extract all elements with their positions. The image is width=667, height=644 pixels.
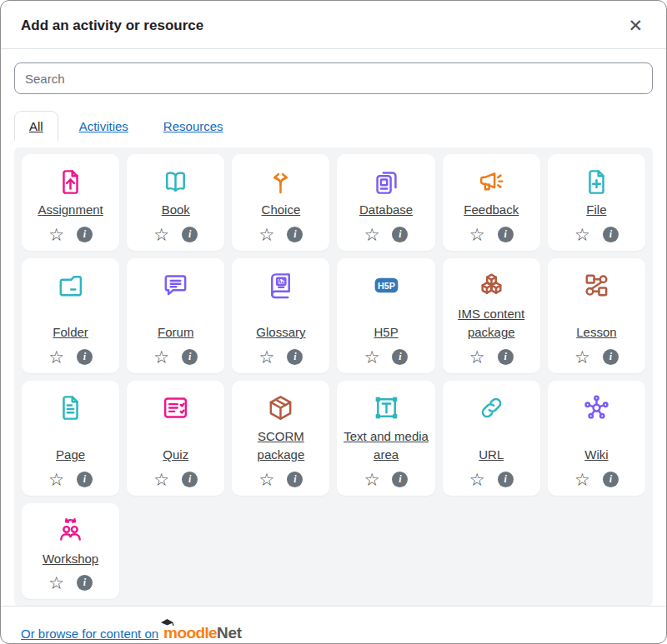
activity-card-book[interactable]: Book ☆ i	[127, 154, 224, 251]
activity-card-folder[interactable]: Folder ☆ i	[22, 258, 119, 373]
activity-link[interactable]: Quiz	[161, 442, 190, 468]
folder-icon	[56, 271, 85, 301]
activity-link[interactable]: Text and media area	[340, 423, 431, 468]
card-actions: ☆ i	[574, 471, 619, 488]
activity-link[interactable]: Glossary	[254, 319, 307, 346]
info-button[interactable]: i	[287, 227, 303, 242]
star-favourite-button[interactable]: ☆	[153, 348, 169, 366]
activity-card-file[interactable]: File ☆ i	[548, 154, 645, 251]
card-actions: ☆ i	[153, 471, 198, 488]
activity-link[interactable]: SCORM package	[235, 423, 326, 468]
activity-link[interactable]: H5P	[372, 319, 399, 346]
activity-card-quiz[interactable]: Quiz ☆ i	[127, 381, 224, 496]
activity-link[interactable]: Folder	[51, 319, 90, 346]
info-button[interactable]: i	[603, 227, 619, 242]
activity-card-assignment[interactable]: Assignment ☆ i	[22, 154, 119, 251]
info-button[interactable]: i	[77, 349, 93, 365]
activity-link[interactable]: IMS content package	[446, 301, 537, 346]
activity-card-page[interactable]: Page ☆ i	[22, 381, 119, 496]
tab-resources[interactable]: Resources	[149, 112, 238, 141]
activity-card-forum[interactable]: Forum ☆ i	[127, 258, 224, 373]
info-button[interactable]: i	[603, 472, 619, 487]
activity-link[interactable]: Assignment	[36, 197, 104, 223]
star-favourite-button[interactable]: ☆	[364, 226, 380, 243]
info-button[interactable]: i	[182, 227, 198, 242]
tab-all[interactable]: All	[14, 111, 58, 141]
star-favourite-button[interactable]: ☆	[258, 226, 274, 243]
star-favourite-button[interactable]: ☆	[48, 574, 64, 592]
activity-card-feedback[interactable]: Feedback ☆ i	[443, 154, 540, 251]
activity-link[interactable]: URL	[477, 442, 505, 468]
info-button[interactable]: i	[498, 472, 514, 487]
card-actions: ☆ i	[258, 226, 303, 243]
info-button[interactable]: i	[182, 349, 198, 365]
info-button[interactable]: i	[392, 349, 408, 365]
quiz-icon	[161, 393, 190, 423]
activity-link[interactable]: Lesson	[574, 319, 618, 346]
activity-link[interactable]: File	[584, 197, 608, 223]
star-favourite-button[interactable]: ☆	[469, 226, 485, 243]
wiki-icon	[582, 393, 611, 423]
activity-card-workshop[interactable]: Workshop ☆ i	[22, 503, 119, 600]
activity-link[interactable]: Forum	[156, 319, 195, 346]
info-button[interactable]: i	[603, 349, 619, 365]
graduation-cap-icon	[160, 618, 174, 627]
h5p-icon: H5P	[372, 271, 401, 301]
star-favourite-button[interactable]: ☆	[574, 348, 590, 366]
moodlenet-browse-link[interactable]: Or browse for content on	[21, 627, 158, 641]
info-button[interactable]: i	[498, 227, 514, 242]
star-favourite-button[interactable]: ☆	[153, 471, 169, 488]
activity-link[interactable]: Workshop	[41, 546, 100, 572]
activity-link[interactable]: Book	[160, 197, 192, 223]
lesson-icon	[582, 271, 611, 301]
choice-icon	[266, 167, 295, 197]
activity-card-url[interactable]: URL ☆ i	[443, 381, 540, 496]
activity-link[interactable]: Choice	[260, 197, 303, 223]
activity-card-database[interactable]: Database ☆ i	[337, 154, 434, 251]
activity-card-text-and-media-area[interactable]: Text and media area ☆ i	[337, 381, 434, 496]
search-input[interactable]	[14, 62, 653, 94]
star-favourite-button[interactable]: ☆	[469, 471, 485, 488]
moodlenet-logo[interactable]: moodleNet	[163, 624, 242, 642]
tab-activities[interactable]: Activities	[65, 112, 143, 141]
close-icon[interactable]: ✕	[624, 15, 646, 36]
star-favourite-button[interactable]: ☆	[48, 226, 64, 243]
info-button[interactable]: i	[77, 575, 93, 591]
star-favourite-button[interactable]: ☆	[153, 226, 169, 243]
info-button[interactable]: i	[392, 472, 408, 487]
activity-card-choice[interactable]: Choice ☆ i	[232, 154, 329, 251]
info-button[interactable]: i	[287, 472, 303, 487]
info-button[interactable]: i	[77, 472, 93, 487]
text-and-media-area-icon	[372, 393, 401, 423]
activity-card-scorm-package[interactable]: SCORM package ☆ i	[232, 381, 329, 496]
star-favourite-button[interactable]: ☆	[469, 348, 485, 366]
info-button[interactable]: i	[182, 472, 198, 487]
star-favourite-button[interactable]: ☆	[574, 471, 590, 488]
info-button[interactable]: i	[287, 349, 303, 365]
star-favourite-button[interactable]: ☆	[48, 348, 64, 366]
info-button[interactable]: i	[392, 227, 408, 242]
glossary-icon: AZ	[266, 271, 295, 301]
activity-link[interactable]: Page	[54, 442, 87, 468]
star-favourite-button[interactable]: ☆	[258, 348, 274, 366]
star-favourite-button[interactable]: ☆	[364, 348, 380, 366]
activity-card-lesson[interactable]: Lesson ☆ i	[548, 258, 645, 373]
card-actions: ☆ i	[153, 226, 198, 243]
activity-card-ims-content-package[interactable]: IMS content package ☆ i	[443, 258, 540, 373]
activity-link[interactable]: Feedback	[462, 197, 520, 223]
moodlenet-logo-net: Net	[217, 624, 242, 642]
star-favourite-button[interactable]: ☆	[48, 471, 64, 488]
activity-card-h5p[interactable]: H5P H5P ☆ i	[337, 258, 434, 373]
star-favourite-button[interactable]: ☆	[364, 471, 380, 488]
page-icon	[56, 393, 85, 423]
card-actions: ☆ i	[48, 226, 93, 243]
activity-link[interactable]: Wiki	[583, 442, 609, 468]
activity-card-glossary[interactable]: AZ Glossary ☆ i	[232, 258, 329, 373]
activity-link[interactable]: Database	[358, 197, 414, 223]
activity-card-wiki[interactable]: Wiki ☆ i	[548, 381, 645, 496]
star-favourite-button[interactable]: ☆	[258, 471, 274, 488]
star-favourite-button[interactable]: ☆	[574, 226, 590, 243]
info-button[interactable]: i	[77, 227, 93, 242]
file-icon	[582, 167, 611, 197]
info-button[interactable]: i	[498, 349, 514, 365]
